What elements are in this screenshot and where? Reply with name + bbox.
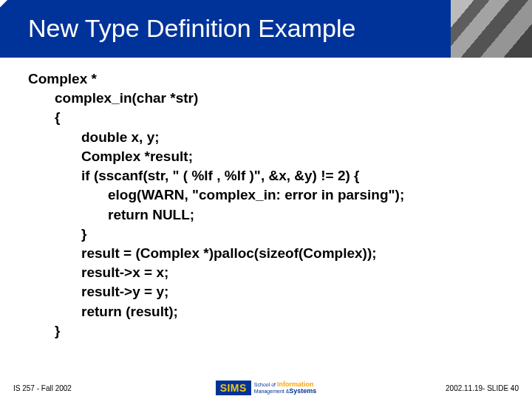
code-line: result = (Complex *)palloc(sizeof(Comple… [28, 244, 510, 263]
logo-management: Management [254, 389, 284, 394]
code-line: result->y = y; [28, 282, 510, 301]
sims-logo-icon: SIMS [216, 381, 251, 395]
slide-footer: IS 257 - Fall 2002 SIMS School of Inform… [0, 381, 532, 399]
code-line: Complex * [28, 69, 510, 89]
code-line: complex_in(char *str) [28, 89, 510, 108]
slide-body: Complex * complex_in(char *str) { double… [28, 69, 510, 341]
footer-logo: SIMS School of Information Management &S… [182, 381, 350, 395]
logo-systems: Systems [289, 387, 316, 395]
title-bar: New Type Definition Example [0, 0, 532, 58]
code-line: } [28, 321, 510, 341]
building-photo-icon [451, 0, 532, 58]
code-line: return (result); [28, 302, 510, 321]
code-line: double x, y; [28, 128, 510, 147]
code-line: elog(WARN, "complex_in: error in parsing… [28, 185, 510, 205]
footer-course: IS 257 - Fall 2002 [13, 384, 182, 392]
code-line: if (sscanf(str, " ( %lf , %lf )", &x, &y… [28, 166, 510, 185]
code-line: } [28, 225, 510, 244]
logo-school: School of [254, 382, 276, 387]
code-line: result->x = x; [28, 263, 510, 282]
footer-date-slide: 2002.11.19- SLIDE 40 [350, 384, 519, 392]
sims-logo-subtext: School of Information Management &System… [254, 381, 317, 395]
title-corner-cut [0, 0, 7, 7]
code-line: { [28, 108, 510, 127]
title-photo [451, 0, 532, 58]
slide: New Type Definition Example Complex * co… [0, 0, 532, 399]
code-line: return NULL; [28, 205, 510, 225]
slide-title: New Type Definition Example [0, 15, 355, 42]
code-line: Complex *result; [28, 147, 510, 166]
